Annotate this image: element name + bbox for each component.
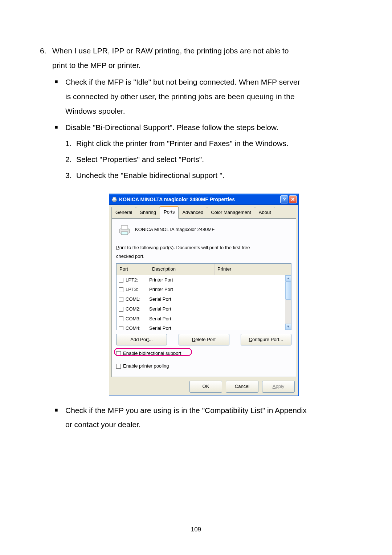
instructions-l2: checked port.: [116, 254, 144, 259]
svg-rect-4: [121, 226, 128, 229]
scrollbar[interactable]: ▲ ▼: [285, 275, 291, 330]
instructions-l1: Print to the following port(s). Document…: [116, 245, 250, 250]
col-description[interactable]: Description: [149, 264, 215, 275]
bullet3-l1: Check if the MFP you are using is in the…: [65, 403, 307, 418]
tab-about[interactable]: About: [255, 207, 275, 219]
bullet1-l3: Windows spooler.: [65, 104, 300, 118]
page-number: 109: [0, 526, 392, 533]
port-row[interactable]: COM2:Serial Port: [117, 304, 291, 314]
checkbox-icon[interactable]: [119, 307, 123, 312]
tab-advanced[interactable]: Advanced: [178, 207, 207, 219]
svg-rect-5: [121, 232, 128, 235]
step2: Select "Properties" and select "Ports".: [76, 155, 204, 163]
tab-color-management[interactable]: Color Management: [207, 207, 255, 219]
bullet2: Disable "Bi-Directional Support". Please…: [65, 120, 278, 135]
tab-strip: General Sharing Ports Advanced Color Man…: [111, 207, 296, 219]
configure-port-button[interactable]: Configure Port...: [241, 334, 291, 346]
add-port-button[interactable]: Add Port...: [116, 334, 167, 346]
col-printer[interactable]: Printer: [215, 264, 291, 275]
step2-num: 2.: [65, 152, 76, 167]
scroll-down-icon[interactable]: ▼: [285, 324, 291, 330]
step1-num: 1.: [65, 136, 76, 151]
checkbox-icon[interactable]: [119, 326, 123, 330]
checkbox-icon[interactable]: [119, 316, 123, 321]
bullet1-l1: Check if the MFP is "Idle" but not being…: [65, 75, 300, 89]
delete-port-button[interactable]: Delete Port: [179, 334, 229, 346]
enable-bidirectional-checkbox-row[interactable]: Enable bidirectional support: [116, 349, 291, 358]
square-bullet-icon: ■: [54, 75, 65, 118]
help-button[interactable]: ?: [280, 195, 288, 203]
question-text-l1: When I use LPR, IPP or RAW printing, the…: [52, 46, 289, 55]
checkbox-icon[interactable]: [119, 278, 123, 283]
square-bullet-icon: ■: [54, 403, 65, 432]
step3: Uncheck the "Enable bidirectional suppor…: [76, 171, 224, 179]
properties-dialog: KONICA MINOLTA magicolor 2480MF Properti…: [109, 194, 299, 396]
question-text-l2: print to the MFP or printer.: [52, 58, 352, 73]
tab-general[interactable]: General: [111, 207, 136, 219]
printer-name-label: KONICA MINOLTA magicolor 2480MF: [135, 225, 215, 234]
port-row[interactable]: LPT2:Printer Port: [117, 275, 291, 285]
port-row[interactable]: COM1:Serial Port: [117, 295, 291, 304]
svg-point-6: [128, 229, 129, 230]
checkbox-icon[interactable]: [116, 351, 121, 356]
enable-printer-pooling-label: Enable printer pooling: [123, 362, 169, 371]
printer-icon: [118, 224, 131, 235]
bullet3-l2: or contact your dealer.: [65, 417, 307, 432]
col-port[interactable]: Port: [117, 264, 149, 275]
ok-button[interactable]: OK: [189, 381, 222, 393]
checkbox-icon[interactable]: [116, 364, 121, 369]
close-button[interactable]: ✕: [289, 195, 297, 203]
square-bullet-icon: ■: [54, 120, 65, 135]
titlebar[interactable]: KONICA MINOLTA magicolor 2480MF Properti…: [109, 194, 298, 205]
apply-button[interactable]: Apply: [262, 381, 295, 393]
port-list: Port Description Printer LPT2:Printer Po…: [116, 263, 291, 330]
scroll-thumb[interactable]: [285, 281, 291, 300]
scroll-up-icon[interactable]: ▲: [285, 275, 291, 281]
printer-app-icon: [111, 197, 117, 202]
tab-sharing[interactable]: Sharing: [136, 207, 160, 219]
tab-ports[interactable]: Ports: [160, 206, 179, 219]
svg-rect-1: [113, 197, 116, 199]
step1: Right click the printer from "Printer an…: [76, 139, 288, 147]
cancel-button[interactable]: Cancel: [226, 381, 258, 393]
port-row[interactable]: LPT3:Printer Port: [117, 285, 291, 295]
checkbox-icon[interactable]: [119, 297, 123, 302]
question-number: 6.: [40, 44, 52, 58]
step3-num: 3.: [65, 168, 76, 183]
dialog-title: KONICA MINOLTA magicolor 2480MF Properti…: [119, 195, 280, 204]
enable-bidirectional-label: Enable bidirectional support: [123, 349, 181, 358]
bullet1-l2: is connected by other user, the printing…: [65, 89, 300, 104]
enable-printer-pooling-checkbox-row[interactable]: Enable printer pooling: [116, 362, 291, 371]
svg-rect-2: [113, 200, 116, 202]
tab-panel-ports: KONICA MINOLTA magicolor 2480MF Print to…: [111, 218, 296, 377]
checkbox-icon[interactable]: [119, 287, 123, 292]
port-row[interactable]: COM4:Serial Port: [117, 324, 291, 330]
port-row[interactable]: COM3:Serial Port: [117, 314, 291, 324]
